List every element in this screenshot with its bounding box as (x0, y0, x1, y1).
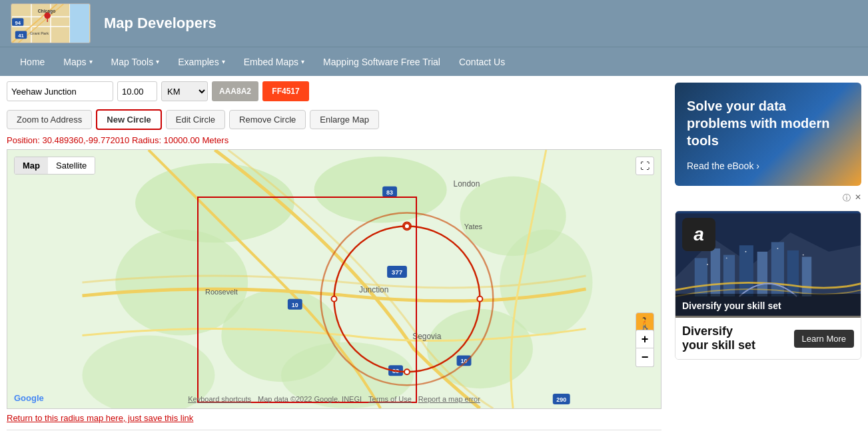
svg-point-18 (135, 163, 294, 242)
svg-rect-54 (711, 248, 720, 296)
radius-input[interactable] (117, 81, 157, 101)
ad2-close-row: ⓘ ✕ (675, 193, 861, 204)
svg-point-63 (745, 251, 746, 252)
ad-city-image: a Diversify your skill set (675, 211, 861, 318)
enlarge-map-button[interactable]: Enlarge Map (310, 110, 379, 129)
page-header: 41 94 Chicago Grant Park Map Developers (0, 0, 868, 47)
address-input[interactable] (7, 81, 113, 101)
svg-point-48 (332, 296, 337, 302)
map-fullscreen-button[interactable]: ⛶ (636, 157, 654, 175)
divider (7, 430, 661, 430)
sidebar: Solve your data problems with modern too… (668, 76, 868, 435)
learn-more-button[interactable]: Learn More (794, 330, 854, 348)
unit-select[interactable]: KM Miles Meters (161, 81, 208, 101)
ad-diversify-text: Diversifyyour skill set (682, 324, 755, 352)
ad-diversify-overlay: Diversify your skill set (682, 300, 781, 311)
embed-maps-arrow-icon: ▾ (301, 58, 304, 65)
color-box-1[interactable]: AAA8A2 (212, 81, 258, 101)
zoom-to-address-button[interactable]: Zoom to Address (7, 110, 92, 129)
ad-box-ebook: Solve your data problems with modern too… (675, 83, 861, 186)
svg-text:10: 10 (292, 302, 298, 308)
svg-text:41: 41 (18, 33, 24, 39)
examples-arrow-icon: ▾ (222, 58, 225, 65)
svg-rect-6 (70, 4, 89, 43)
svg-point-19 (314, 157, 447, 222)
map-tools-arrow-icon: ▾ (156, 58, 159, 65)
google-logo: Google (14, 393, 44, 403)
svg-text:290: 290 (556, 396, 566, 403)
main-nav: Home Maps ▾ Map Tools ▾ Examples ▾ Embed… (0, 47, 868, 76)
ad-logo: a (682, 218, 715, 251)
nav-examples[interactable]: Examples ▾ (169, 47, 234, 76)
svg-point-62 (726, 257, 727, 258)
zoom-minus-icon: − (642, 350, 649, 364)
svg-text:London: London (454, 179, 480, 189)
svg-text:Junction: Junction (359, 285, 388, 294)
svg-point-50 (404, 369, 410, 374)
nav-home[interactable]: Home (11, 47, 54, 76)
map-area: KM Miles Meters AAA8A2 FF4517 Zoom to Ad… (0, 76, 668, 435)
ad-logo-text: a (693, 224, 704, 245)
svg-text:Grant Park: Grant Park (30, 31, 49, 35)
fullscreen-icon: ⛶ (640, 161, 650, 171)
toolbar-row: KM Miles Meters AAA8A2 FF4517 (7, 76, 661, 107)
svg-text:83: 83 (386, 189, 393, 196)
map-type-map-button[interactable]: Map (15, 157, 48, 174)
zoom-in-button[interactable]: + (636, 330, 654, 348)
svg-text:Segovia: Segovia (412, 332, 441, 341)
button-row: Zoom to Address New Circle Edit Circle R… (7, 107, 661, 134)
ad-box-diversify: a Diversify your skill set Diversifyyour… (675, 211, 861, 360)
ad-bottom-row: Diversifyyour skill set Learn More (682, 324, 854, 352)
save-link[interactable]: Return to this radius map here, just sav… (7, 413, 193, 423)
nav-embed-maps[interactable]: Embed Maps ▾ (234, 47, 314, 76)
main-content: KM Miles Meters AAA8A2 FF4517 Zoom to Ad… (0, 76, 868, 435)
zoom-out-button[interactable]: − (636, 348, 654, 367)
logo-area: 41 94 Chicago Grant Park Map Developers (11, 3, 217, 43)
svg-text:Chicago: Chicago (38, 9, 56, 14)
new-circle-button[interactable]: New Circle (96, 109, 161, 130)
svg-point-47 (404, 223, 410, 228)
maps-arrow-icon: ▾ (89, 58, 93, 65)
map-type-toggle: Map Satellite (14, 157, 95, 175)
map-type-satellite-button[interactable]: Satellite (48, 157, 95, 174)
remove-circle-button[interactable]: Remove Circle (229, 110, 306, 129)
ad-image-overlay: Diversify your skill set (675, 294, 861, 318)
svg-rect-53 (695, 258, 707, 296)
nav-contact[interactable]: Contact Us (450, 47, 514, 76)
save-link-row: Return to this radius map here, just sav… (7, 409, 661, 427)
position-info: Position: 30.489360,-99.772010 Radius: 1… (7, 134, 661, 149)
map-svg: 377 10 10 83 83 290 London Yates Rooseve… (7, 150, 661, 408)
ad-ebook-link[interactable]: Read the eBook › (687, 161, 849, 171)
person-icon: 🚶 (638, 316, 652, 331)
svg-point-13 (44, 13, 51, 19)
nav-map-tools[interactable]: Map Tools ▾ (102, 47, 169, 76)
ad-info-icon[interactable]: ⓘ (843, 193, 851, 204)
svg-text:377: 377 (392, 268, 403, 276)
svg-rect-60 (802, 256, 811, 296)
svg-point-61 (707, 264, 708, 265)
svg-rect-59 (787, 250, 799, 296)
ad-content: Diversifyyour skill set Learn More (675, 318, 861, 359)
svg-point-65 (803, 254, 804, 256)
nav-free-trial[interactable]: Mapping Software Free Trial (314, 47, 450, 76)
svg-point-49 (477, 296, 482, 302)
ad-ebook-headline: Solve your data problems with modern too… (687, 97, 849, 149)
logo-map-thumbnail: 41 94 Chicago Grant Park (11, 3, 91, 43)
color-box-2[interactable]: FF4517 (262, 81, 309, 101)
ad-close-icon[interactable]: ✕ (855, 193, 861, 204)
svg-point-64 (777, 248, 778, 249)
svg-rect-58 (771, 242, 784, 296)
nav-maps[interactable]: Maps ▾ (54, 47, 101, 76)
site-title: Map Developers (104, 15, 217, 32)
svg-text:94: 94 (15, 20, 21, 26)
map-attribution: Keyboard shortcuts Map data ©2022 Google… (188, 395, 480, 403)
map-container[interactable]: 377 10 10 83 83 290 London Yates Rooseve… (7, 149, 661, 409)
edit-circle-button[interactable]: Edit Circle (166, 110, 225, 129)
svg-text:Roosevelt: Roosevelt (205, 288, 238, 296)
zoom-plus-icon: + (642, 332, 649, 346)
svg-text:Yates: Yates (464, 222, 483, 230)
